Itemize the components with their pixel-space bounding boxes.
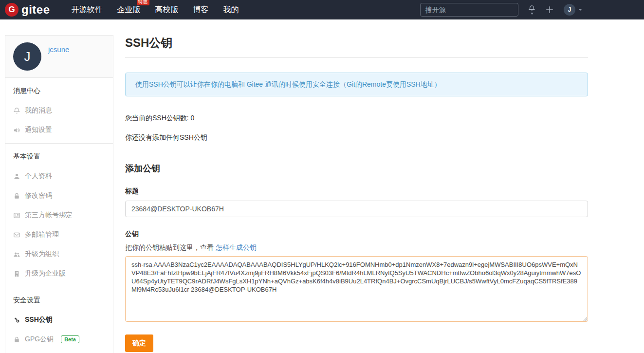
sidebar-item-label: 多邮箱管理 [25, 230, 59, 239]
ssh-key-count-text: 您当前的SSH公钥数: 0 [125, 114, 588, 123]
bell-icon [13, 107, 20, 114]
sidebar-item-upgrade-to-org[interactable]: 升级为组织 [13, 250, 105, 259]
sidebar-item-profile[interactable]: 个人资料 [13, 172, 105, 181]
sidebar-item-label: 个人资料 [25, 172, 52, 181]
settings-sidebar: J jcsune 消息中心 我的消息 [5, 35, 113, 353]
key-hint-prefix: 把你的公钥粘贴到这里，查看 [125, 243, 216, 251]
sidebar-item-my-messages[interactable]: 我的消息 [13, 106, 105, 115]
section-header-security-settings: 安全设置 [13, 296, 105, 305]
ssh-key-empty-text: 你还没有添加任何SSH公钥 [125, 133, 588, 142]
gitee-logo[interactable]: G gitee [5, 3, 50, 17]
sidebar-item-ssh-keys[interactable]: SSH公钥 [13, 316, 105, 324]
sidebar-item-notification-settings[interactable]: 通知设置 [13, 126, 105, 134]
sidebar-item-gpg-keys[interactable]: GPG公钥 Beta [13, 335, 105, 344]
nav-link-enterprise[interactable]: 企业版 特惠 [116, 4, 142, 16]
sidebar-item-label: 通知设置 [25, 126, 52, 134]
section-header-message-center: 消息中心 [13, 87, 105, 95]
confirm-button[interactable]: 确定 [125, 334, 153, 352]
key-icon [13, 316, 20, 324]
user-menu-caret-down-icon [578, 9, 582, 11]
page-title: SSH公钥 [125, 35, 588, 58]
building-icon [13, 270, 20, 278]
nav-link-education[interactable]: 高校版 [154, 4, 180, 16]
sidebar-section-security: 安全设置 SSH公钥 [5, 287, 113, 353]
nav-right-group: J [420, 3, 644, 17]
sidebar-item-label: SSH公钥 [25, 316, 53, 324]
top-navbar: G gitee 开源软件 企业版 特惠 高校版 博客 我的 J [0, 0, 644, 19]
nav-link-mine[interactable]: 我的 [222, 4, 240, 16]
notifications-bell-icon[interactable] [528, 5, 535, 15]
user-icon [13, 173, 20, 180]
sidebar-item-email-management[interactable]: 多邮箱管理 [13, 230, 105, 239]
navbar-avatar: J [564, 4, 575, 16]
unlock-icon [13, 192, 20, 200]
speaker-icon [13, 127, 20, 134]
sidebar-item-third-party-accounts[interactable]: 第三方帐号绑定 [13, 211, 105, 220]
page-body: J jcsune 消息中心 我的消息 [0, 19, 644, 353]
how-to-generate-key-link[interactable]: 怎样生成公钥 [216, 243, 257, 251]
nav-link-enterprise-label: 企业版 [117, 5, 141, 14]
nav-link-opensource[interactable]: 开源软件 [71, 4, 104, 16]
sidebar-item-label: GPG公钥 [25, 335, 54, 344]
public-key-textarea[interactable]: ssh-rsa AAAAB3NzaC1yc2EAAAADAQABAAABAQDI… [125, 256, 588, 322]
primary-nav: 开源软件 企业版 特惠 高校版 博客 我的 [71, 4, 240, 16]
search-input[interactable] [420, 3, 518, 17]
user-menu[interactable]: J [564, 4, 582, 16]
sidebar-item-upgrade-to-enterprise[interactable]: 升级为企业版 [13, 269, 105, 278]
profile-avatar[interactable]: J [13, 42, 41, 71]
sidebar-section-messages: 消息中心 我的消息 通知设置 [5, 78, 113, 143]
gitee-logo-icon: G [5, 3, 18, 17]
profile-card: J jcsune [5, 36, 113, 78]
sidebar-item-label: 升级为企业版 [25, 269, 66, 278]
nav-link-blog[interactable]: 博客 [192, 4, 210, 16]
beta-badge: Beta [61, 335, 79, 343]
padlock-icon [13, 336, 20, 343]
add-key-section-title: 添加公钥 [125, 163, 588, 174]
ssh-info-banner: 使用SSH公钥可以让你在你的电脑和 Gitee 通讯的时候使用安全连接（Git的… [125, 73, 588, 96]
create-new-plus-icon[interactable] [545, 5, 554, 14]
profile-username-link[interactable]: jcsune [48, 45, 69, 54]
sidebar-item-label: 第三方帐号绑定 [25, 211, 73, 220]
gitee-wordmark: gitee [21, 3, 50, 17]
key-field-label: 公钥 [125, 230, 588, 239]
special-offer-badge: 特惠 [137, 0, 149, 5]
sidebar-item-label: 我的消息 [25, 106, 52, 115]
key-title-input[interactable] [125, 201, 588, 217]
users-icon [13, 251, 20, 258]
section-header-basic-settings: 基本设置 [13, 152, 105, 161]
bell-caret-down-icon [531, 13, 534, 15]
sidebar-item-label: 升级为组织 [25, 250, 59, 259]
title-field-label: 标题 [125, 187, 588, 196]
sidebar-section-basic: 基本设置 个人资料 修改密码 [5, 143, 113, 287]
ssh-keys-panel: SSH公钥 使用SSH公钥可以让你在你的电脑和 Gitee 通讯的时候使用安全连… [125, 35, 588, 352]
envelope-icon [13, 231, 20, 239]
sidebar-item-label: 修改密码 [25, 191, 52, 200]
key-hint-text: 把你的公钥粘贴到这里，查看 怎样生成公钥 [125, 243, 588, 252]
sidebar-item-change-password[interactable]: 修改密码 [13, 191, 105, 200]
id-card-icon [13, 212, 20, 219]
